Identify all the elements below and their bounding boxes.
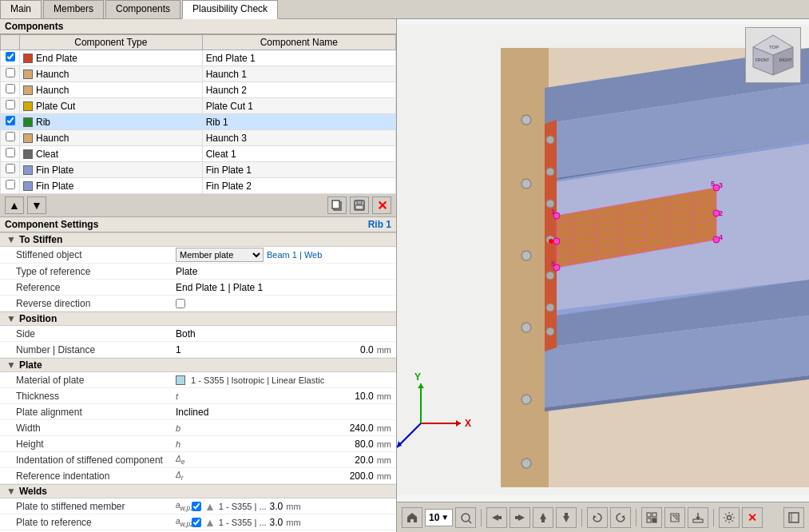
weld-p2-checkbox[interactable] bbox=[192, 518, 201, 527]
row-checkbox[interactable] bbox=[6, 148, 15, 157]
distance-value: 0.0 bbox=[360, 344, 374, 355]
table-row[interactable]: Fin Plate Fin Plate 1 bbox=[1, 162, 396, 178]
table-row[interactable]: Cleat Cleat 1 bbox=[1, 146, 396, 162]
row-type-cell: Haunch bbox=[20, 66, 203, 82]
save-button[interactable] bbox=[350, 197, 369, 214]
row-width: Width b 240.0 mm bbox=[0, 420, 396, 436]
row-number-distance: Number | Distance 1 0.0 mm bbox=[0, 342, 396, 358]
row-name-cell: Fin Plate 1 bbox=[202, 162, 395, 178]
copy-button[interactable] bbox=[327, 197, 347, 214]
home-button[interactable] bbox=[402, 507, 422, 528]
rotate-cw-button[interactable] bbox=[610, 507, 631, 528]
group-welds[interactable]: ▼ Welds bbox=[0, 484, 396, 498]
view-options-button[interactable] bbox=[641, 507, 662, 528]
pan-up-button[interactable] bbox=[533, 507, 553, 528]
svg-rect-74 bbox=[515, 516, 518, 519]
row-checkbox[interactable] bbox=[6, 68, 15, 77]
row-type-cell: Haunch bbox=[20, 82, 203, 98]
tab-components[interactable]: Components bbox=[105, 0, 180, 18]
row-checkbox[interactable] bbox=[6, 52, 15, 62]
table-row[interactable]: End Plate End Plate 1 bbox=[1, 50, 396, 66]
row-checkbox-cell[interactable] bbox=[1, 130, 20, 146]
row-checkbox[interactable] bbox=[6, 180, 15, 189]
cube-navigator[interactable]: TOP RIGHT FRONT bbox=[745, 27, 801, 83]
label-height: Height bbox=[16, 439, 176, 450]
value-number-distance: 1 0.0 mm bbox=[176, 344, 391, 355]
svg-point-41 bbox=[553, 238, 560, 244]
export-button[interactable] bbox=[688, 507, 708, 528]
row-color-box bbox=[23, 181, 33, 191]
reverse-direction-checkbox[interactable] bbox=[176, 299, 185, 308]
row-checkbox-cell[interactable] bbox=[1, 50, 20, 66]
pan-down-button[interactable] bbox=[556, 507, 577, 528]
row-thickness: Thickness t 10.0 mm bbox=[0, 388, 396, 404]
zoom-dropdown-icon[interactable]: ▼ bbox=[441, 513, 449, 522]
row-checkbox[interactable] bbox=[6, 84, 15, 93]
table-row[interactable]: Haunch Haunch 2 bbox=[1, 82, 396, 98]
row-checkbox[interactable] bbox=[6, 100, 15, 109]
toolbar-separator-3 bbox=[636, 509, 636, 526]
svg-marker-78 bbox=[621, 515, 625, 518]
group-to-stiffen[interactable]: ▼ To Stiffen bbox=[0, 232, 396, 247]
rotate-button[interactable] bbox=[587, 507, 608, 528]
fullscreen-button[interactable] bbox=[783, 507, 804, 528]
value-material: 1 - S355 | Isotropic | Linear Elastic bbox=[176, 375, 391, 385]
zoom-fit-button[interactable] bbox=[455, 507, 476, 528]
move-down-button[interactable]: ▼ bbox=[27, 197, 46, 214]
row-reverse-direction: Reverse direction bbox=[0, 296, 396, 312]
value-side: Both bbox=[176, 328, 391, 339]
value-type-reference: Plate bbox=[176, 266, 391, 277]
table-row[interactable]: Fin Plate Fin Plate 2 bbox=[1, 178, 396, 194]
label-reverse-direction: Reverse direction bbox=[16, 298, 176, 309]
row-name-cell: End Plate 1 bbox=[202, 50, 395, 66]
move-up-button[interactable]: ▲ bbox=[5, 197, 24, 214]
beam-web-link[interactable]: Beam 1 | Web bbox=[267, 250, 322, 260]
row-checkbox[interactable] bbox=[6, 164, 15, 173]
row-checkbox-cell[interactable] bbox=[1, 114, 20, 130]
svg-point-52 bbox=[521, 323, 531, 332]
row-checkbox-cell[interactable] bbox=[1, 178, 20, 194]
stiffened-object-select[interactable]: Member plate bbox=[176, 248, 264, 262]
value-reference: End Plate 1 | Plate 1 bbox=[176, 282, 391, 293]
group-position[interactable]: ▼ Position bbox=[0, 312, 396, 326]
svg-text:FRONT: FRONT bbox=[755, 58, 769, 62]
row-checkbox-cell[interactable] bbox=[1, 162, 20, 178]
group-plate[interactable]: ▼ Plate bbox=[0, 358, 396, 372]
symbol-indentation-stiffened: Δe bbox=[176, 455, 192, 466]
row-checkbox[interactable] bbox=[6, 132, 15, 141]
row-checkbox-cell[interactable] bbox=[1, 146, 20, 162]
tab-members[interactable]: Members bbox=[43, 0, 104, 18]
row-checkbox[interactable] bbox=[6, 116, 15, 125]
settings-button[interactable] bbox=[719, 507, 740, 528]
screenshot-button[interactable]: ✕ bbox=[742, 507, 763, 528]
table-row[interactable]: Haunch Haunch 1 bbox=[1, 66, 396, 82]
type-reference-value: Plate bbox=[176, 266, 197, 277]
weld-p1-checkbox[interactable] bbox=[192, 502, 201, 511]
height-unit: mm bbox=[377, 439, 391, 449]
row-stiffened-object: Stiffened object Member plate Beam 1 | W… bbox=[0, 247, 396, 264]
svg-text:Y: Y bbox=[414, 371, 421, 383]
row-color-box bbox=[23, 133, 33, 143]
pan-right-button[interactable] bbox=[510, 507, 530, 528]
bottom-toolbar: 10 ▼ bbox=[397, 502, 809, 532]
row-type-cell: End Plate bbox=[20, 50, 203, 66]
row-checkbox-cell[interactable] bbox=[1, 66, 20, 82]
value-height: 80.0 mm bbox=[192, 439, 391, 450]
svg-rect-3 bbox=[357, 200, 362, 204]
row-checkbox-cell[interactable] bbox=[1, 82, 20, 98]
render-button[interactable] bbox=[664, 507, 685, 528]
col-type: Component Type bbox=[20, 35, 203, 50]
table-row[interactable]: Rib Rib 1 bbox=[1, 114, 396, 130]
tab-main[interactable]: Main bbox=[0, 0, 42, 18]
row-checkbox-cell[interactable] bbox=[1, 98, 20, 114]
svg-rect-1 bbox=[332, 200, 339, 208]
svg-point-16 bbox=[546, 168, 554, 176]
table-row[interactable]: Plate Cut Plate Cut 1 bbox=[1, 98, 396, 114]
svg-text:X: X bbox=[465, 418, 471, 429]
viewport[interactable]: 1 5 4 5 3 2 bbox=[397, 19, 809, 532]
delete-button[interactable]: ✕ bbox=[372, 197, 391, 214]
row-type-cell: Plate Cut bbox=[20, 98, 203, 114]
tab-plausibility[interactable]: Plausibility Check bbox=[182, 0, 278, 19]
table-row[interactable]: Haunch Haunch 3 bbox=[1, 130, 396, 146]
pan-left-button[interactable] bbox=[486, 507, 507, 528]
